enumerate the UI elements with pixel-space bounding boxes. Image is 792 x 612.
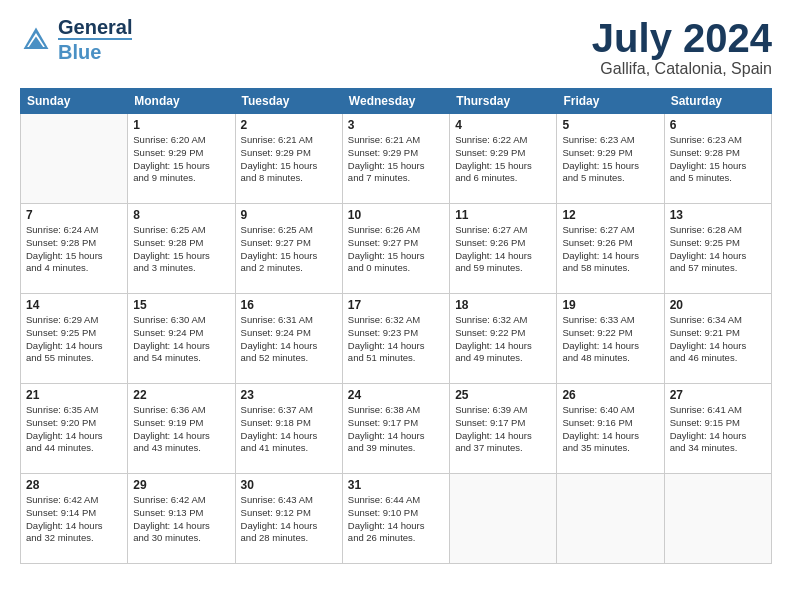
calendar-week-5: 28Sunrise: 6:42 AMSunset: 9:14 PMDayligh… [21,474,772,564]
calendar-cell: 10Sunrise: 6:26 AMSunset: 9:27 PMDayligh… [342,204,449,294]
day-number: 9 [241,208,337,222]
calendar-cell: 5Sunrise: 6:23 AMSunset: 9:29 PMDaylight… [557,114,664,204]
day-info: Sunrise: 6:32 AMSunset: 9:23 PMDaylight:… [348,314,444,365]
calendar-cell: 28Sunrise: 6:42 AMSunset: 9:14 PMDayligh… [21,474,128,564]
day-number: 3 [348,118,444,132]
calendar-cell: 15Sunrise: 6:30 AMSunset: 9:24 PMDayligh… [128,294,235,384]
day-number: 5 [562,118,658,132]
page: General Blue July 2024 Gallifa, Cataloni… [0,0,792,612]
day-number: 11 [455,208,551,222]
day-info: Sunrise: 6:21 AMSunset: 9:29 PMDaylight:… [241,134,337,185]
calendar-cell: 19Sunrise: 6:33 AMSunset: 9:22 PMDayligh… [557,294,664,384]
day-info: Sunrise: 6:28 AMSunset: 9:25 PMDaylight:… [670,224,766,275]
day-number: 28 [26,478,122,492]
day-number: 22 [133,388,229,402]
calendar-body: 1Sunrise: 6:20 AMSunset: 9:29 PMDaylight… [21,114,772,564]
day-info: Sunrise: 6:23 AMSunset: 9:28 PMDaylight:… [670,134,766,185]
header: General Blue July 2024 Gallifa, Cataloni… [20,16,772,78]
calendar-cell: 26Sunrise: 6:40 AMSunset: 9:16 PMDayligh… [557,384,664,474]
calendar-cell [557,474,664,564]
day-info: Sunrise: 6:42 AMSunset: 9:14 PMDaylight:… [26,494,122,545]
calendar-table: Sunday Monday Tuesday Wednesday Thursday… [20,88,772,564]
calendar-cell: 11Sunrise: 6:27 AMSunset: 9:26 PMDayligh… [450,204,557,294]
logo-general: General [58,16,132,38]
day-info: Sunrise: 6:35 AMSunset: 9:20 PMDaylight:… [26,404,122,455]
day-info: Sunrise: 6:41 AMSunset: 9:15 PMDaylight:… [670,404,766,455]
col-wednesday: Wednesday [342,89,449,114]
calendar-cell: 8Sunrise: 6:25 AMSunset: 9:28 PMDaylight… [128,204,235,294]
calendar-cell [21,114,128,204]
day-number: 27 [670,388,766,402]
day-info: Sunrise: 6:31 AMSunset: 9:24 PMDaylight:… [241,314,337,365]
calendar-cell: 16Sunrise: 6:31 AMSunset: 9:24 PMDayligh… [235,294,342,384]
day-number: 16 [241,298,337,312]
day-info: Sunrise: 6:21 AMSunset: 9:29 PMDaylight:… [348,134,444,185]
day-info: Sunrise: 6:36 AMSunset: 9:19 PMDaylight:… [133,404,229,455]
calendar-cell: 21Sunrise: 6:35 AMSunset: 9:20 PMDayligh… [21,384,128,474]
day-info: Sunrise: 6:29 AMSunset: 9:25 PMDaylight:… [26,314,122,365]
calendar-week-2: 7Sunrise: 6:24 AMSunset: 9:28 PMDaylight… [21,204,772,294]
calendar-cell: 30Sunrise: 6:43 AMSunset: 9:12 PMDayligh… [235,474,342,564]
day-info: Sunrise: 6:24 AMSunset: 9:28 PMDaylight:… [26,224,122,275]
title-block: July 2024 Gallifa, Catalonia, Spain [592,16,772,78]
day-info: Sunrise: 6:39 AMSunset: 9:17 PMDaylight:… [455,404,551,455]
calendar-cell [450,474,557,564]
day-info: Sunrise: 6:34 AMSunset: 9:21 PMDaylight:… [670,314,766,365]
col-thursday: Thursday [450,89,557,114]
day-number: 2 [241,118,337,132]
calendar-cell: 6Sunrise: 6:23 AMSunset: 9:28 PMDaylight… [664,114,771,204]
day-info: Sunrise: 6:25 AMSunset: 9:27 PMDaylight:… [241,224,337,275]
calendar-cell: 29Sunrise: 6:42 AMSunset: 9:13 PMDayligh… [128,474,235,564]
calendar-cell: 27Sunrise: 6:41 AMSunset: 9:15 PMDayligh… [664,384,771,474]
calendar-cell: 23Sunrise: 6:37 AMSunset: 9:18 PMDayligh… [235,384,342,474]
day-info: Sunrise: 6:33 AMSunset: 9:22 PMDaylight:… [562,314,658,365]
day-number: 10 [348,208,444,222]
col-tuesday: Tuesday [235,89,342,114]
calendar-cell: 17Sunrise: 6:32 AMSunset: 9:23 PMDayligh… [342,294,449,384]
day-number: 29 [133,478,229,492]
day-number: 24 [348,388,444,402]
day-number: 18 [455,298,551,312]
day-info: Sunrise: 6:22 AMSunset: 9:29 PMDaylight:… [455,134,551,185]
day-number: 26 [562,388,658,402]
calendar-cell: 25Sunrise: 6:39 AMSunset: 9:17 PMDayligh… [450,384,557,474]
calendar-cell: 4Sunrise: 6:22 AMSunset: 9:29 PMDaylight… [450,114,557,204]
day-number: 17 [348,298,444,312]
calendar-cell: 22Sunrise: 6:36 AMSunset: 9:19 PMDayligh… [128,384,235,474]
calendar-week-3: 14Sunrise: 6:29 AMSunset: 9:25 PMDayligh… [21,294,772,384]
day-info: Sunrise: 6:37 AMSunset: 9:18 PMDaylight:… [241,404,337,455]
col-sunday: Sunday [21,89,128,114]
day-number: 15 [133,298,229,312]
month-title: July 2024 [592,16,772,60]
day-number: 13 [670,208,766,222]
day-number: 25 [455,388,551,402]
logo-blue: Blue [58,38,132,63]
calendar-header: Sunday Monday Tuesday Wednesday Thursday… [21,89,772,114]
logo: General Blue [20,16,132,63]
day-number: 21 [26,388,122,402]
calendar-cell: 14Sunrise: 6:29 AMSunset: 9:25 PMDayligh… [21,294,128,384]
day-info: Sunrise: 6:32 AMSunset: 9:22 PMDaylight:… [455,314,551,365]
header-row: Sunday Monday Tuesday Wednesday Thursday… [21,89,772,114]
day-number: 6 [670,118,766,132]
col-saturday: Saturday [664,89,771,114]
calendar-cell: 24Sunrise: 6:38 AMSunset: 9:17 PMDayligh… [342,384,449,474]
day-number: 30 [241,478,337,492]
calendar-cell: 9Sunrise: 6:25 AMSunset: 9:27 PMDaylight… [235,204,342,294]
calendar-cell: 2Sunrise: 6:21 AMSunset: 9:29 PMDaylight… [235,114,342,204]
day-number: 20 [670,298,766,312]
day-info: Sunrise: 6:25 AMSunset: 9:28 PMDaylight:… [133,224,229,275]
calendar-cell: 31Sunrise: 6:44 AMSunset: 9:10 PMDayligh… [342,474,449,564]
day-number: 4 [455,118,551,132]
day-info: Sunrise: 6:30 AMSunset: 9:24 PMDaylight:… [133,314,229,365]
day-number: 19 [562,298,658,312]
day-info: Sunrise: 6:42 AMSunset: 9:13 PMDaylight:… [133,494,229,545]
day-info: Sunrise: 6:27 AMSunset: 9:26 PMDaylight:… [455,224,551,275]
calendar-cell: 13Sunrise: 6:28 AMSunset: 9:25 PMDayligh… [664,204,771,294]
day-info: Sunrise: 6:44 AMSunset: 9:10 PMDaylight:… [348,494,444,545]
calendar-cell: 1Sunrise: 6:20 AMSunset: 9:29 PMDaylight… [128,114,235,204]
calendar-week-1: 1Sunrise: 6:20 AMSunset: 9:29 PMDaylight… [21,114,772,204]
day-info: Sunrise: 6:26 AMSunset: 9:27 PMDaylight:… [348,224,444,275]
day-info: Sunrise: 6:27 AMSunset: 9:26 PMDaylight:… [562,224,658,275]
day-number: 12 [562,208,658,222]
